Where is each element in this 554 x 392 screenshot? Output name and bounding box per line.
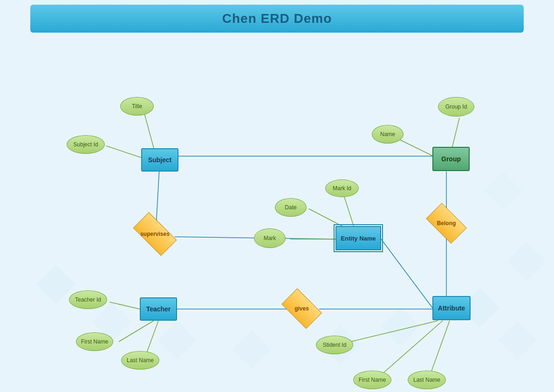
attr-markid[interactable]: Mark Id: [325, 179, 359, 197]
page-header: Chen ERD Demo: [30, 5, 524, 33]
attr-lastname-attribute[interactable]: Last Name: [408, 371, 446, 389]
bg-diamond-3: [157, 321, 197, 360]
attr-subjectid[interactable]: Subject Id: [67, 135, 105, 154]
rel-supervises[interactable]: supervises: [135, 223, 175, 245]
attr-date[interactable]: Date: [275, 198, 307, 217]
attr-lastname-teacher[interactable]: Last Name: [121, 351, 159, 370]
bg-diamond-6: [381, 307, 421, 346]
attr-teacherid[interactable]: Teacher Id: [69, 290, 107, 309]
bg-diamond-10: [484, 172, 523, 211]
rel-belong[interactable]: Belong: [429, 212, 464, 234]
attr-title[interactable]: Title: [120, 97, 154, 116]
attr-groupid[interactable]: Group Id: [438, 97, 474, 117]
attr-name-group[interactable]: Name: [372, 125, 404, 144]
svg-line-14: [452, 118, 459, 148]
entity-attribute[interactable]: Attribute: [432, 296, 471, 320]
svg-line-20: [429, 321, 450, 379]
bg-diamond-9: [507, 241, 547, 281]
attr-mark[interactable]: Mark: [254, 228, 286, 248]
entity-entityname[interactable]: Entity Name: [335, 226, 381, 250]
rel-gives[interactable]: gives: [284, 297, 319, 320]
attr-firstname-teacher[interactable]: First Name: [76, 332, 113, 351]
attr-firstname-attribute[interactable]: First Name: [353, 371, 391, 389]
entity-group[interactable]: Group: [432, 147, 470, 171]
diagram-area: Subject Teacher Entity Name Attribute Gr…: [0, 37, 554, 392]
page-title: Chen ERD Demo: [30, 11, 524, 26]
attr-studentid[interactable]: Stident Id: [316, 336, 353, 354]
entity-subject[interactable]: Subject: [141, 148, 178, 172]
entity-teacher[interactable]: Teacher: [140, 297, 177, 321]
svg-line-7: [381, 239, 433, 309]
svg-line-1: [106, 146, 141, 158]
bg-diamond-8: [498, 321, 537, 360]
bg-diamond-4: [232, 330, 272, 370]
